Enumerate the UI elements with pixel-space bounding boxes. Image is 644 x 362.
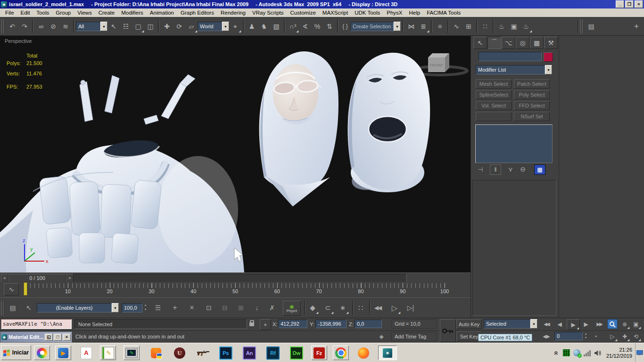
menu-item-15[interactable]: Help bbox=[406, 9, 424, 16]
minimize-button[interactable]: _ bbox=[616, 0, 624, 8]
menu-item-12[interactable]: MAXScript bbox=[319, 9, 351, 16]
coord-x-field[interactable]: 412,292 bbox=[278, 320, 307, 328]
tab-display-icon[interactable]: ▦ bbox=[530, 37, 544, 49]
spinner-snap-icon[interactable]: ⇅ bbox=[323, 20, 336, 33]
filezilla-taskbar-icon[interactable]: Fz bbox=[311, 346, 327, 360]
reference-coordinate-dropdown[interactable]: World ▼ bbox=[198, 22, 229, 31]
time-configuration-icon[interactable]: ◔ bbox=[590, 331, 601, 341]
ak47-taskbar-icon[interactable] bbox=[195, 346, 211, 360]
collapse-layer-icon[interactable]: ↓ bbox=[251, 302, 263, 314]
menu-item-5[interactable]: Create bbox=[95, 9, 118, 16]
physx-spheres-icon[interactable]: ∷ bbox=[355, 302, 367, 314]
curve-editor-icon[interactable]: ∿ bbox=[450, 20, 462, 33]
enable-layers-dropdown[interactable]: (Enable Layers) ▼ bbox=[37, 303, 119, 313]
hardware-monitor-taskbar-icon[interactable]: ∿ bbox=[124, 346, 140, 360]
physx-ragdoll-icon[interactable]: ∗ bbox=[337, 302, 349, 314]
tab-create-icon[interactable]: ↖ bbox=[473, 37, 487, 49]
rendered-frame-window-icon[interactable]: ▣ bbox=[508, 20, 520, 33]
menu-item-4[interactable]: Views bbox=[74, 9, 95, 16]
physx-rewind-icon[interactable]: ◀◀ bbox=[372, 302, 384, 314]
toolbar-grip[interactable] bbox=[1, 19, 5, 33]
current-frame-field[interactable]: 0 bbox=[554, 332, 583, 340]
snaps-toggle-icon[interactable]: ∩³ bbox=[287, 20, 299, 33]
key-filter-selected-dropdown[interactable]: Selected ▼ bbox=[484, 319, 537, 329]
soldier-torso-model[interactable] bbox=[0, 74, 244, 272]
tray-network-globe-icon[interactable]: ✓ bbox=[572, 348, 582, 358]
quick-render-icon[interactable]: ♨ bbox=[520, 20, 532, 33]
schematic-view-icon[interactable]: ⊞ bbox=[462, 20, 475, 33]
photoshop-taskbar-icon[interactable]: Ps bbox=[218, 346, 234, 360]
snap-cube-icon[interactable]: ▧ bbox=[270, 20, 282, 33]
undo-icon[interactable]: ↶ bbox=[6, 20, 18, 33]
maxscript-listener-icon[interactable]: ▤ bbox=[585, 20, 597, 33]
masked-head-glasses-model[interactable] bbox=[259, 51, 339, 206]
window-crossing-toggle-icon[interactable]: ◫ bbox=[144, 20, 157, 33]
mini-curve-editor-icon[interactable]: ∿ bbox=[4, 283, 19, 296]
menu-item-13[interactable]: UDK Tools bbox=[351, 9, 383, 16]
bind-to-spacewarp-icon[interactable]: ≋ bbox=[59, 20, 72, 33]
close-button[interactable]: × bbox=[635, 0, 643, 8]
spinner-down-icon[interactable]: ▾ bbox=[583, 336, 588, 339]
menu-item-1[interactable]: Edit bbox=[17, 9, 33, 16]
start-button[interactable]: Iniciar bbox=[1, 345, 31, 360]
menu-item-10[interactable]: VRay Scripts bbox=[249, 9, 287, 16]
unreal-taskbar-icon[interactable]: U bbox=[172, 346, 188, 360]
viewport-label[interactable]: Perspective bbox=[5, 38, 32, 44]
tray-volume-icon[interactable] bbox=[593, 348, 603, 358]
paste-layer-icon[interactable]: ⊟ bbox=[219, 302, 231, 314]
coord-z-field[interactable]: 0,0 bbox=[355, 320, 382, 328]
firefox-taskbar-icon[interactable] bbox=[355, 346, 372, 360]
named-selection-set-dropdown[interactable]: Create Selection Set ▼ bbox=[350, 22, 401, 31]
spinner-up-icon[interactable]: ▴ bbox=[143, 303, 148, 307]
selection-filter-dropdown[interactable]: All ▼ bbox=[76, 22, 107, 31]
arc-rotate-icon[interactable]: ⟲ bbox=[631, 331, 641, 341]
chrome-taskbar-icon[interactable] bbox=[333, 346, 349, 360]
material-maximize-button[interactable]: □ bbox=[54, 334, 62, 341]
named-selection-set-value[interactable]: Create Selection Set bbox=[350, 22, 394, 31]
menu-item-9[interactable]: Rendering bbox=[217, 9, 249, 16]
chevron-down-icon[interactable]: ▼ bbox=[394, 22, 401, 31]
time-prev-button[interactable]: < bbox=[1, 274, 8, 282]
remove-modifier-icon[interactable]: ⊖ bbox=[517, 164, 528, 174]
isolation-cube-icon[interactable]: ◈ bbox=[376, 332, 387, 341]
modifier-button-4[interactable]: Vol. Select bbox=[476, 101, 512, 110]
angle-snap-icon[interactable]: ∢ bbox=[299, 20, 311, 33]
select-and-rotate-icon[interactable]: ⟳ bbox=[173, 20, 185, 33]
3dsmax-taskbar-button-active[interactable]: ◉ bbox=[378, 346, 397, 360]
animation-layers-icon[interactable]: ▤ bbox=[7, 302, 19, 314]
keyboard-shortcut-override-icon[interactable]: ♞ bbox=[258, 20, 270, 33]
key-mode-toggle-icon[interactable]: ◀▶ bbox=[540, 331, 553, 341]
select-and-scale-icon[interactable]: ▱ bbox=[185, 20, 198, 33]
spinner-down-icon[interactable]: ▾ bbox=[143, 307, 148, 312]
toolbar-grip[interactable] bbox=[1, 301, 4, 315]
disc-burner-taskbar-icon[interactable] bbox=[34, 346, 50, 360]
modifier-button-7[interactable]: NSurf Sel bbox=[514, 112, 550, 121]
media-player-taskbar-icon[interactable]: ▶ bbox=[55, 346, 71, 360]
physx-play-icon[interactable]: ▷ bbox=[388, 302, 401, 314]
show-end-result-icon[interactable]: ‖ bbox=[490, 165, 501, 175]
title-bar[interactable]: ◉ israel_soldier_2_model_1.max - Project… bbox=[0, 0, 644, 8]
modifier-button-1[interactable]: Patch Select bbox=[514, 79, 550, 89]
play-animation-icon[interactable]: ▶ bbox=[567, 319, 580, 330]
menu-item-7[interactable]: Animation bbox=[147, 9, 177, 16]
use-pivot-center-icon[interactable]: ⌖ bbox=[229, 20, 241, 33]
orange-utility-taskbar-icon[interactable] bbox=[148, 346, 164, 360]
menu-item-14[interactable]: PhysX bbox=[383, 9, 405, 16]
modifier-button-0[interactable]: Mesh Select bbox=[476, 79, 512, 89]
selection-lock-icon[interactable] bbox=[249, 322, 254, 326]
menu-item-6[interactable]: Modifiers bbox=[118, 9, 147, 16]
acrobat-taskbar-icon[interactable]: A bbox=[78, 346, 94, 360]
delete-anim-layer-icon[interactable]: × bbox=[186, 302, 198, 314]
animate-taskbar-icon[interactable]: An bbox=[241, 346, 257, 360]
align-icon[interactable]: ≣ bbox=[417, 20, 429, 33]
tab-modify-icon[interactable]: ⌒ bbox=[487, 37, 501, 49]
tray-clock[interactable]: 21:26 21/12/2019 bbox=[606, 347, 632, 359]
select-objects-by-layer-icon[interactable]: ↖ bbox=[23, 302, 35, 314]
tab-utilities-icon[interactable]: ⚒ bbox=[544, 37, 558, 49]
spinner-up-icon[interactable]: ▴ bbox=[583, 332, 588, 336]
select-object-icon[interactable]: ↖ bbox=[107, 20, 120, 33]
show-desktop-button[interactable] bbox=[635, 343, 644, 362]
time-next-button[interactable]: > bbox=[66, 274, 74, 282]
tab-motion-icon[interactable]: ◎ bbox=[516, 37, 529, 49]
tray-chevron-icon[interactable]: « bbox=[552, 348, 561, 358]
